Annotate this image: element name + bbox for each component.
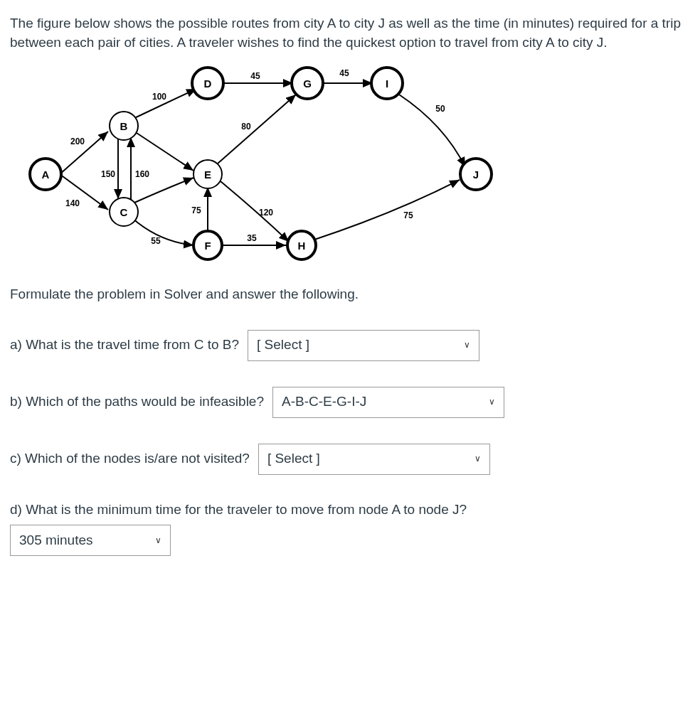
edge-EG: 80 [241,122,251,132]
chevron-down-icon: ∨ [474,453,481,465]
edge-CB: 160 [135,169,149,179]
node-G: G [303,77,312,90]
edge-CF: 55 [151,236,161,246]
edge-EH: 120 [259,208,273,218]
answer-a-select[interactable]: [ Select ] ∨ [248,330,479,361]
node-B: B [120,120,128,132]
edge-GI: 45 [339,68,349,78]
edge-FH: 35 [247,233,257,243]
solver-prompt: Formulate the problem in Solver and answ… [10,285,690,304]
edge-BC: 150 [101,169,115,179]
question-b: b) Which of the paths would be infeasibl… [10,387,690,418]
question-c: c) Which of the nodes is/are not visited… [10,444,690,475]
answer-d-value: 305 minutes [19,531,93,550]
edge-HJ: 75 [403,210,413,220]
chevron-down-icon: ∨ [464,339,470,351]
answer-c-select[interactable]: [ Select ] ∨ [258,444,490,475]
edge-IJ: 50 [435,104,445,114]
question-d: d) What is the minimum time for the trav… [10,500,690,557]
answer-c-value: [ Select ] [267,449,320,469]
node-D: D [204,77,212,90]
answer-b-value: A-B-C-E-G-I-J [282,392,366,412]
edge-FE: 75 [191,205,201,215]
node-F: F [204,240,211,252]
question-c-label: c) Which of the nodes is/are not visited… [10,449,250,469]
node-J: J [473,168,479,181]
problem-intro: The figure below shows the possible rout… [10,14,690,52]
node-C: C [120,206,128,218]
question-a: a) What is the travel time from C to B? … [10,330,690,361]
node-A: A [42,168,50,181]
node-I: I [386,77,388,90]
answer-a-value: [ Select ] [257,336,309,355]
edge-AB: 200 [70,136,85,146]
answer-b-select[interactable]: A-B-C-E-G-I-J ∨ [272,387,504,418]
chevron-down-icon: ∨ [489,396,495,408]
edge-BD: 100 [152,92,166,102]
node-H: H [298,240,306,252]
question-b-label: b) Which of the paths would be infeasibl… [10,392,264,412]
edge-AC: 140 [65,198,80,208]
question-a-label: a) What is the travel time from C to B? [10,336,239,355]
question-d-label: d) What is the minimum time for the trav… [10,500,690,520]
chevron-down-icon: ∨ [155,535,161,547]
network-figure: A B C D E F G H I J 200 140 150 160 100 … [10,60,690,267]
edge-DG: 45 [250,71,260,81]
answer-d-select[interactable]: 305 minutes ∨ [10,525,171,556]
node-E: E [204,168,211,181]
svg-line-6 [218,95,296,164]
